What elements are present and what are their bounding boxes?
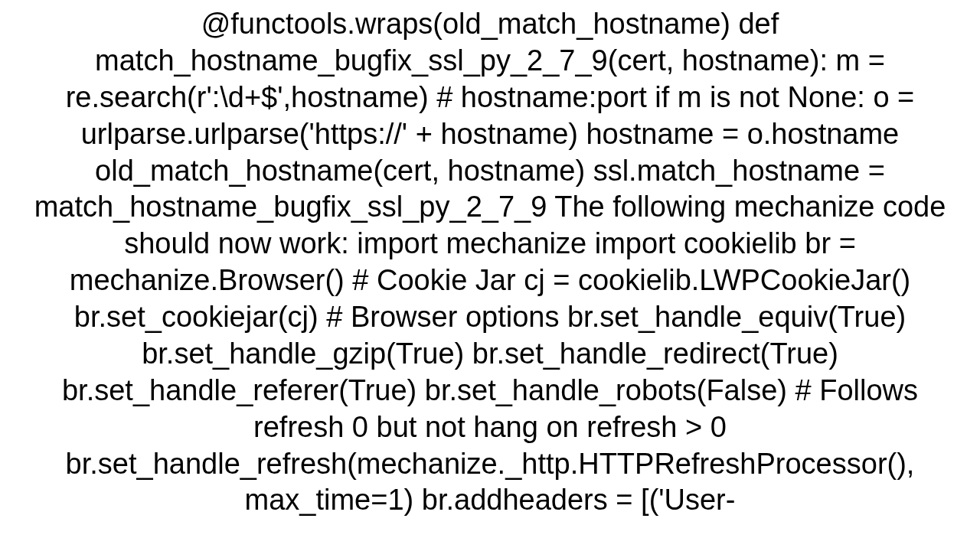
code-text-block: @functools.wraps(old_match_hostname) def… bbox=[0, 0, 980, 551]
code-snippet-text: @functools.wraps(old_match_hostname) def… bbox=[34, 8, 946, 516]
